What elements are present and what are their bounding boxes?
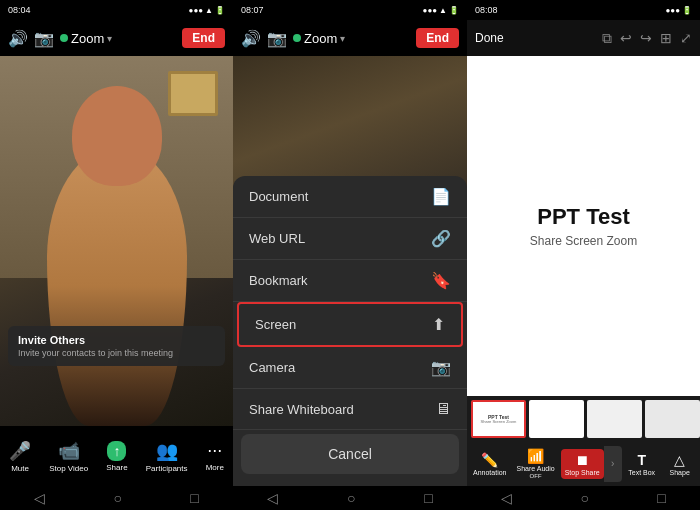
signal-icon-2: ●●●: [423, 6, 438, 15]
shape-icon: △: [674, 452, 685, 468]
share-menu: Document 📄 Web URL 🔗 Bookmark 🔖 Screen ⬆…: [233, 176, 467, 486]
screen-option[interactable]: Screen ⬆: [239, 304, 461, 345]
back-nav-2[interactable]: ◁: [267, 490, 278, 506]
slide-thumb-3[interactable]: [587, 400, 642, 438]
camera-icon-2[interactable]: 📷: [267, 29, 287, 48]
copy-icon[interactable]: ⧉: [602, 30, 612, 47]
stop-video-label: Stop Video: [49, 464, 88, 473]
stop-share-tool[interactable]: ⏹ Stop Share: [561, 449, 604, 479]
recent-nav-3[interactable]: □: [657, 490, 665, 506]
home-nav-icon[interactable]: ○: [114, 490, 122, 506]
video-icon: 📹: [58, 440, 80, 462]
status-bar-1: 08:04 ●●● ▲ 🔋: [0, 0, 233, 20]
share-audio-tool[interactable]: 📶 Share Audio OFF: [512, 445, 558, 482]
time-3: 08:08: [475, 5, 498, 15]
redo-icon[interactable]: ↪: [640, 30, 652, 46]
battery-icon: 🔋: [215, 6, 225, 15]
participants-label: Participants: [146, 464, 188, 473]
mute-icon: 🎤: [9, 440, 31, 462]
invite-banner: Invite Others Invite your contacts to jo…: [8, 326, 225, 366]
bookmark-option[interactable]: Bookmark 🔖: [233, 260, 467, 302]
slide-thumb-1[interactable]: PPT Test Share Screen Zoom: [471, 400, 526, 438]
bookmark-label: Bookmark: [249, 273, 308, 288]
bookmark-icon: 🔖: [431, 271, 451, 290]
screen-label: Screen: [255, 317, 296, 332]
picture-frame: [168, 71, 218, 116]
back-nav-icon[interactable]: ◁: [34, 490, 45, 506]
share-audio-status: OFF: [530, 473, 542, 479]
panel-whiteboard: 08:08 ●●● 🔋 Done ⧉ ↩ ↪ ⊞ ⤢ PPT Test Shar…: [467, 0, 700, 510]
text-box-icon: T: [637, 452, 646, 468]
shape-tool[interactable]: △ Shape: [662, 449, 698, 479]
end-call-button[interactable]: End: [182, 28, 225, 48]
stop-share-expand[interactable]: ›: [604, 446, 622, 482]
cancel-label: Cancel: [328, 446, 372, 462]
undo-icon[interactable]: ↩: [620, 30, 632, 46]
ppt-subtitle: Share Screen Zoom: [530, 234, 637, 248]
web-url-option[interactable]: Web URL 🔗: [233, 218, 467, 260]
wb-toolbar-row: ✏️ Annotation 📶 Share Audio OFF ⏹ Stop S…: [467, 441, 700, 486]
zoom-dot-2: [293, 34, 301, 42]
whiteboard-content: PPT Test Share Screen Zoom: [467, 56, 700, 396]
layout-icon[interactable]: ⊞: [660, 30, 672, 46]
status-right-3: ●●● 🔋: [666, 6, 693, 15]
end-btn-2[interactable]: End: [416, 28, 459, 48]
annotation-label: Annotation: [473, 469, 506, 476]
wb-toolbar-icons: ⧉ ↩ ↪ ⊞ ⤢: [602, 30, 692, 47]
annotation-icon: ✏️: [481, 452, 498, 468]
recent-nav-icon[interactable]: □: [190, 490, 198, 506]
annotation-tool[interactable]: ✏️ Annotation: [469, 449, 510, 479]
stop-share-icon: ⏹: [575, 452, 589, 468]
status-right-1: ●●● ▲ 🔋: [189, 6, 225, 15]
participants-button[interactable]: 👥 Participants: [146, 440, 188, 473]
nav-bar-3: ◁ ○ □: [467, 486, 700, 510]
audio-icon-2[interactable]: 🔊: [241, 29, 261, 48]
zoom-label-2: Zoom ▾: [293, 31, 410, 46]
home-nav-2[interactable]: ○: [347, 490, 355, 506]
audio-icon[interactable]: 🔊: [8, 29, 28, 48]
status-bar-3: 08:08 ●●● 🔋: [467, 0, 700, 20]
person-body: [47, 146, 187, 426]
nav-bar-1: ◁ ○ □: [0, 486, 233, 510]
home-nav-3[interactable]: ○: [581, 490, 589, 506]
share-whiteboard-option[interactable]: Share Whiteboard 🖥: [233, 389, 467, 430]
camera-label: Camera: [249, 360, 295, 375]
share-whiteboard-label: Share Whiteboard: [249, 402, 354, 417]
more-button[interactable]: ··· More: [206, 440, 224, 472]
done-button[interactable]: Done: [475, 31, 504, 45]
share-audio-label: Share Audio: [516, 465, 554, 472]
link-icon: 🔗: [431, 229, 451, 248]
cancel-button[interactable]: Cancel: [241, 434, 459, 474]
status-left-1: 08:04: [8, 5, 31, 15]
battery-icon-2: 🔋: [449, 6, 459, 15]
stop-video-button[interactable]: 📹 Stop Video: [49, 440, 88, 473]
panel-zoom-call: 08:04 ●●● ▲ 🔋 🔊 📷 Zoom ▾ End Invite Othe…: [0, 0, 233, 510]
zoom-chevron-icon[interactable]: ▾: [107, 33, 112, 44]
slide-thumbnail-row: PPT Test Share Screen Zoom: [467, 396, 700, 441]
zoom-brand: Zoom: [71, 31, 104, 46]
share-audio-icon: 📶: [527, 448, 544, 464]
top-bar-1: 🔊 📷 Zoom ▾ End: [0, 20, 233, 56]
slide-thumb-2[interactable]: [529, 400, 584, 438]
mute-button[interactable]: 🎤 Mute: [9, 440, 31, 473]
text-box-tool[interactable]: T Text Box: [624, 449, 660, 479]
wb-bottom-area: PPT Test Share Screen Zoom ✏️ Annotation: [467, 396, 700, 486]
status-right-2: ●●● ▲ 🔋: [423, 6, 459, 15]
fullscreen-icon[interactable]: ⤢: [680, 30, 692, 46]
recent-nav-2[interactable]: □: [424, 490, 432, 506]
document-option[interactable]: Document 📄: [233, 176, 467, 218]
slide-thumb-4[interactable]: [645, 400, 700, 438]
camera-switch-icon[interactable]: 📷: [34, 29, 54, 48]
text-box-label: Text Box: [628, 469, 655, 476]
top-bar-2: 🔊 📷 Zoom ▾ End: [233, 20, 467, 56]
zoom-status-dot: [60, 34, 68, 42]
invite-subtitle: Invite your contacts to join this meetin…: [18, 348, 215, 358]
more-label: More: [206, 463, 224, 472]
back-nav-3[interactable]: ◁: [501, 490, 512, 506]
camera-option[interactable]: Camera 📷: [233, 347, 467, 389]
zoom-text-2: Zoom: [304, 31, 337, 46]
share-button[interactable]: ↑ Share: [106, 441, 127, 472]
chevron-icon-2[interactable]: ▾: [340, 33, 345, 44]
more-icon: ···: [207, 440, 222, 461]
wifi-icon: ▲: [205, 6, 213, 15]
